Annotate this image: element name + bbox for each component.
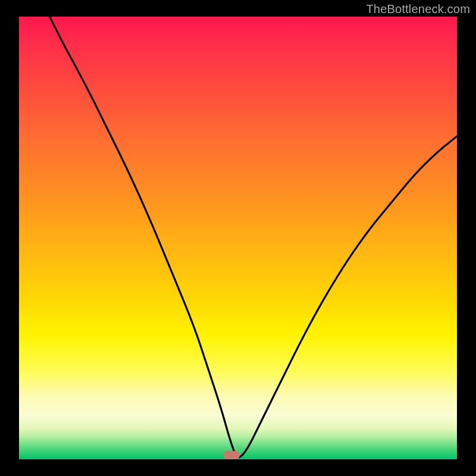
plot-area — [19, 17, 457, 459]
bottleneck-curve — [19, 17, 457, 459]
minimum-marker — [223, 451, 240, 459]
curve-path — [50, 17, 458, 457]
chart-stage: TheBottleneck.com — [0, 0, 476, 476]
watermark-label: TheBottleneck.com — [366, 2, 470, 16]
